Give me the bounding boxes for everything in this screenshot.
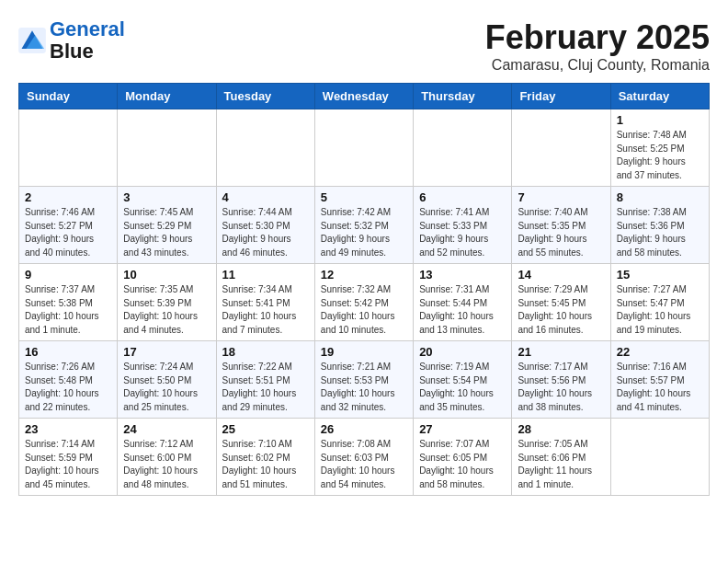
- calendar-body: 1Sunrise: 7:48 AM Sunset: 5:25 PM Daylig…: [19, 109, 710, 496]
- weekday-header-friday: Friday: [512, 84, 610, 109]
- day-number: 24: [123, 422, 210, 436]
- day-info: Sunrise: 7:41 AM Sunset: 5:33 PM Dayligh…: [419, 206, 506, 259]
- day-info: Sunrise: 7:48 AM Sunset: 5:25 PM Dayligh…: [617, 129, 703, 182]
- day-info: Sunrise: 7:14 AM Sunset: 5:59 PM Dayligh…: [25, 438, 111, 491]
- calendar-cell: [512, 109, 610, 187]
- title-area: February 2025 Camarasu, Cluj County, Rom…: [485, 18, 710, 74]
- calendar-cell: 20Sunrise: 7:19 AM Sunset: 5:54 PM Dayli…: [414, 341, 512, 419]
- calendar-cell: 12Sunrise: 7:32 AM Sunset: 5:42 PM Dayli…: [314, 264, 413, 341]
- calendar-cell: 2Sunrise: 7:46 AM Sunset: 5:27 PM Daylig…: [19, 187, 118, 264]
- calendar-cell: 16Sunrise: 7:26 AM Sunset: 5:48 PM Dayli…: [19, 341, 118, 419]
- calendar-cell: 13Sunrise: 7:31 AM Sunset: 5:44 PM Dayli…: [414, 264, 512, 341]
- logo-general: General: [50, 17, 125, 40]
- calendar-cell: [118, 109, 216, 187]
- calendar-week-row: 1Sunrise: 7:48 AM Sunset: 5:25 PM Daylig…: [19, 109, 710, 187]
- calendar-cell: [414, 109, 512, 187]
- calendar-cell: 15Sunrise: 7:27 AM Sunset: 5:47 PM Dayli…: [610, 264, 709, 341]
- day-number: 7: [518, 190, 604, 204]
- day-number: 13: [419, 268, 506, 282]
- day-number: 26: [321, 422, 407, 436]
- calendar-week-row: 23Sunrise: 7:14 AM Sunset: 5:59 PM Dayli…: [19, 419, 710, 496]
- day-number: 16: [25, 345, 111, 359]
- calendar-cell: 28Sunrise: 7:05 AM Sunset: 6:06 PM Dayli…: [512, 419, 610, 496]
- day-info: Sunrise: 7:32 AM Sunset: 5:42 PM Dayligh…: [321, 283, 407, 337]
- calendar-cell: 6Sunrise: 7:41 AM Sunset: 5:33 PM Daylig…: [414, 187, 512, 264]
- calendar-cell: 24Sunrise: 7:12 AM Sunset: 6:00 PM Dayli…: [118, 419, 216, 496]
- day-info: Sunrise: 7:27 AM Sunset: 5:47 PM Dayligh…: [617, 283, 703, 337]
- day-info: Sunrise: 7:22 AM Sunset: 5:51 PM Dayligh…: [222, 361, 309, 414]
- calendar-cell: 5Sunrise: 7:42 AM Sunset: 5:32 PM Daylig…: [314, 187, 413, 264]
- calendar-cell: 3Sunrise: 7:45 AM Sunset: 5:29 PM Daylig…: [118, 187, 216, 264]
- day-number: 25: [222, 422, 309, 436]
- calendar-cell: 23Sunrise: 7:14 AM Sunset: 5:59 PM Dayli…: [19, 419, 118, 496]
- calendar-cell: 19Sunrise: 7:21 AM Sunset: 5:53 PM Dayli…: [314, 341, 413, 419]
- weekday-header-sunday: Sunday: [19, 84, 118, 109]
- day-number: 18: [222, 345, 309, 359]
- day-number: 20: [419, 345, 506, 359]
- day-number: 8: [617, 190, 703, 204]
- weekday-header-saturday: Saturday: [610, 84, 709, 109]
- day-number: 12: [321, 268, 407, 282]
- calendar-cell: 26Sunrise: 7:08 AM Sunset: 6:03 PM Dayli…: [314, 419, 413, 496]
- calendar-header: SundayMondayTuesdayWednesdayThursdayFrid…: [19, 84, 710, 109]
- calendar-cell: 4Sunrise: 7:44 AM Sunset: 5:30 PM Daylig…: [216, 187, 314, 264]
- day-info: Sunrise: 7:34 AM Sunset: 5:41 PM Dayligh…: [222, 283, 309, 337]
- day-info: Sunrise: 7:29 AM Sunset: 5:45 PM Dayligh…: [518, 283, 604, 337]
- day-info: Sunrise: 7:44 AM Sunset: 5:30 PM Dayligh…: [222, 206, 309, 259]
- calendar-cell: 11Sunrise: 7:34 AM Sunset: 5:41 PM Dayli…: [216, 264, 314, 341]
- month-title: February 2025: [485, 18, 710, 57]
- day-info: Sunrise: 7:12 AM Sunset: 6:00 PM Dayligh…: [123, 438, 210, 491]
- day-info: Sunrise: 7:19 AM Sunset: 5:54 PM Dayligh…: [419, 361, 506, 414]
- day-info: Sunrise: 7:17 AM Sunset: 5:56 PM Dayligh…: [518, 361, 604, 414]
- day-info: Sunrise: 7:07 AM Sunset: 6:05 PM Dayligh…: [419, 438, 506, 491]
- calendar-cell: 21Sunrise: 7:17 AM Sunset: 5:56 PM Dayli…: [512, 341, 610, 419]
- calendar-cell: 8Sunrise: 7:38 AM Sunset: 5:36 PM Daylig…: [610, 187, 709, 264]
- day-info: Sunrise: 7:08 AM Sunset: 6:03 PM Dayligh…: [321, 438, 407, 491]
- day-info: Sunrise: 7:42 AM Sunset: 5:32 PM Dayligh…: [321, 206, 407, 259]
- day-info: Sunrise: 7:16 AM Sunset: 5:57 PM Dayligh…: [617, 361, 703, 414]
- day-info: Sunrise: 7:40 AM Sunset: 5:35 PM Dayligh…: [518, 206, 604, 259]
- calendar-cell: [216, 109, 314, 187]
- day-number: 22: [617, 345, 703, 359]
- logo-icon: [18, 28, 46, 53]
- day-info: Sunrise: 7:45 AM Sunset: 5:29 PM Dayligh…: [123, 206, 210, 259]
- calendar-cell: 22Sunrise: 7:16 AM Sunset: 5:57 PM Dayli…: [610, 341, 709, 419]
- logo-blue: Blue: [50, 40, 94, 63]
- day-info: Sunrise: 7:10 AM Sunset: 6:02 PM Dayligh…: [222, 438, 309, 491]
- day-number: 4: [222, 190, 309, 204]
- calendar-cell: 9Sunrise: 7:37 AM Sunset: 5:38 PM Daylig…: [19, 264, 118, 341]
- calendar-table: SundayMondayTuesdayWednesdayThursdayFrid…: [18, 83, 710, 496]
- weekday-header-thursday: Thursday: [414, 84, 512, 109]
- calendar-cell: 17Sunrise: 7:24 AM Sunset: 5:50 PM Dayli…: [118, 341, 216, 419]
- day-info: Sunrise: 7:21 AM Sunset: 5:53 PM Dayligh…: [321, 361, 407, 414]
- day-info: Sunrise: 7:35 AM Sunset: 5:39 PM Dayligh…: [123, 283, 210, 337]
- day-info: Sunrise: 7:24 AM Sunset: 5:50 PM Dayligh…: [123, 361, 210, 414]
- weekday-header-tuesday: Tuesday: [216, 84, 314, 109]
- day-number: 5: [321, 190, 407, 204]
- calendar-week-row: 16Sunrise: 7:26 AM Sunset: 5:48 PM Dayli…: [19, 341, 710, 419]
- calendar-cell: 1Sunrise: 7:48 AM Sunset: 5:25 PM Daylig…: [610, 109, 709, 187]
- header: General Blue February 2025 Camarasu, Clu…: [18, 18, 710, 74]
- calendar-week-row: 2Sunrise: 7:46 AM Sunset: 5:27 PM Daylig…: [19, 187, 710, 264]
- weekday-header-wednesday: Wednesday: [314, 84, 413, 109]
- day-info: Sunrise: 7:26 AM Sunset: 5:48 PM Dayligh…: [25, 361, 111, 414]
- day-number: 28: [518, 422, 604, 436]
- calendar-cell: 14Sunrise: 7:29 AM Sunset: 5:45 PM Dayli…: [512, 264, 610, 341]
- day-number: 23: [25, 422, 111, 436]
- calendar-cell: [610, 419, 709, 496]
- day-number: 6: [419, 190, 506, 204]
- calendar-cell: [19, 109, 118, 187]
- day-info: Sunrise: 7:31 AM Sunset: 5:44 PM Dayligh…: [419, 283, 506, 337]
- day-number: 11: [222, 268, 309, 282]
- calendar-cell: 18Sunrise: 7:22 AM Sunset: 5:51 PM Dayli…: [216, 341, 314, 419]
- day-number: 15: [617, 268, 703, 282]
- day-info: Sunrise: 7:37 AM Sunset: 5:38 PM Dayligh…: [25, 283, 111, 337]
- day-number: 2: [25, 190, 111, 204]
- day-number: 9: [25, 268, 111, 282]
- calendar-cell: 27Sunrise: 7:07 AM Sunset: 6:05 PM Dayli…: [414, 419, 512, 496]
- day-number: 3: [123, 190, 210, 204]
- weekday-header-monday: Monday: [118, 84, 216, 109]
- weekday-header-row: SundayMondayTuesdayWednesdayThursdayFrid…: [19, 84, 710, 109]
- day-info: Sunrise: 7:46 AM Sunset: 5:27 PM Dayligh…: [25, 206, 111, 259]
- day-number: 27: [419, 422, 506, 436]
